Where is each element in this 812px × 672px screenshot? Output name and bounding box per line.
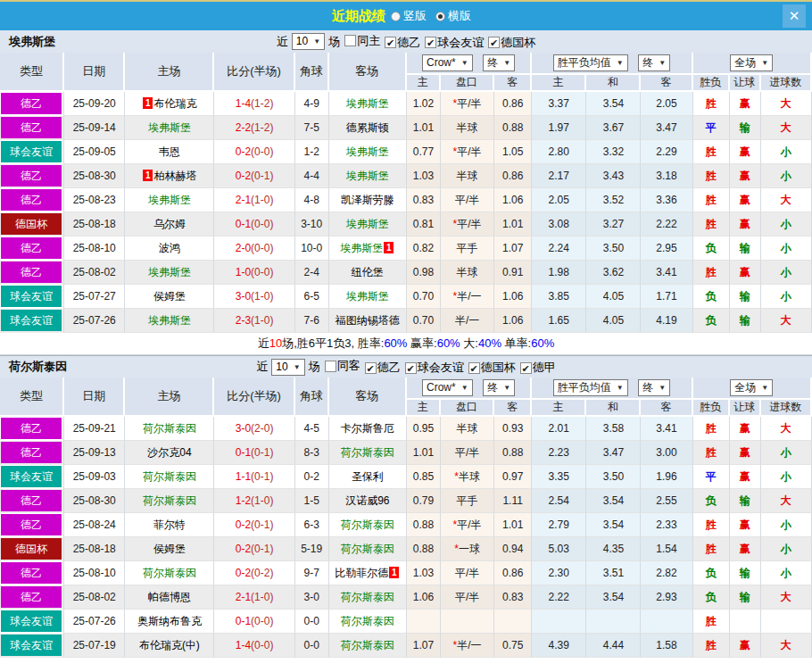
result-wdl: 胜: [693, 140, 730, 164]
checkbox-icon: ✔: [468, 362, 480, 374]
handicap-odds-home: 0.79: [407, 489, 441, 513]
match-row: 球会友谊25-07-19布伦瑞克(中)1-4(0-0)0-0荷尔斯泰因1.07*…: [0, 634, 812, 658]
team-label: 纽伦堡: [352, 266, 384, 278]
filter-checkbox[interactable]: ✔球会友谊: [405, 360, 464, 376]
away-team-cell: 福图纳锡塔德: [329, 309, 407, 333]
filter-checkbox[interactable]: ✔德国杯: [488, 35, 535, 51]
away-team-cell: 卡尔斯鲁厄: [329, 417, 407, 441]
score-cell: 0-1(0-0): [214, 212, 294, 236]
league-filter-list: 同客✔德乙✔球会友谊✔德国杯✔德甲: [320, 358, 556, 376]
avg-odds-group-header: 胜平负均值▼ 终▼: [532, 53, 692, 75]
team-label: 侯姆堡: [153, 543, 186, 555]
filter-checkbox[interactable]: 同客: [325, 358, 360, 374]
match-row: 德乙25-08-30荷尔斯泰因1-2(1-0)1-5汉诺威960.79平手1.1…: [0, 489, 812, 513]
team-label: 乌尔姆: [153, 218, 186, 230]
team-label: 布伦瑞克(中): [139, 639, 200, 651]
handicap-odds-home: 0.98: [407, 261, 441, 285]
result-goals: 大: [761, 634, 812, 658]
filter-checkbox[interactable]: ✔德乙: [385, 35, 420, 51]
home-team-cell: 荷尔斯泰因: [125, 465, 214, 489]
match-row: 球会友谊25-09-03荷尔斯泰因1-1(0-1)0-2圣保利0.85*半球0.…: [0, 465, 812, 489]
score-cell: 1-0(0-0): [214, 261, 294, 285]
avg-odds-draw: 3.54: [586, 585, 641, 610]
result-group-header: 全场▼: [693, 377, 812, 400]
team-label: 荷尔斯泰因: [143, 422, 196, 435]
final-odds-select[interactable]: 终▼: [483, 54, 515, 71]
corner-cell: 9-7: [295, 561, 329, 585]
handicap-odds-away: 0.97: [494, 465, 532, 489]
league-type-badge: 德乙: [1, 490, 62, 511]
full-match-select[interactable]: 全场▼: [730, 379, 773, 396]
score-cell: 0-2(0-1): [214, 537, 294, 561]
chevron-down-icon: ▼: [503, 56, 510, 70]
score-cell: 1-1(0-1): [214, 465, 294, 489]
handicap-line: *平/半: [441, 513, 494, 537]
result-goals: [761, 610, 812, 634]
handicap-odds-away: 0.83: [494, 585, 532, 610]
summary-segment: 大:: [460, 336, 478, 350]
final-avg-select[interactable]: 终▼: [638, 54, 670, 71]
match-row: 德乙25-08-02埃弗斯堡1-0(0-0)2-4纽伦堡0.98半球0.911.…: [0, 261, 812, 285]
col-handicap-result: 让球: [730, 400, 761, 417]
filter-checkbox[interactable]: ✔德国杯: [468, 360, 516, 376]
team-label: 埃弗斯堡: [148, 314, 191, 327]
type-badge-cell: 德乙: [0, 441, 64, 465]
date-cell: 25-08-23: [64, 188, 125, 212]
handicap-odds-home: 1.03: [407, 561, 441, 585]
result-handicap: 输: [730, 561, 761, 585]
col-handicap: 盘口: [441, 400, 494, 417]
final-odds-select[interactable]: 终▼: [483, 379, 515, 396]
handicap-odds-home: 0.70: [407, 285, 441, 309]
match-row: 德乙25-09-201布伦瑞克1-4(1-2)4-9埃弗斯堡1.02*平/半0.…: [0, 92, 812, 116]
col-avg-home: 主: [532, 400, 586, 417]
handicap-line: 半球: [441, 417, 494, 441]
score-cell: 0-2(0-1): [214, 513, 294, 537]
type-badge-cell: 球会友谊: [0, 285, 64, 309]
away-team-cell: 埃弗斯堡1: [329, 236, 407, 261]
team-label: 布伦瑞克: [153, 97, 196, 110]
avg-odds-select[interactable]: 胜平负均值▼: [553, 379, 628, 396]
summary-segment: 40%: [478, 336, 501, 350]
result-wdl: 胜: [693, 164, 730, 188]
filter-checkbox[interactable]: ✔德乙: [365, 360, 401, 376]
result-goals: 小: [761, 513, 812, 537]
league-type-badge: 球会友谊: [1, 635, 62, 656]
handicap-line: 半球: [441, 116, 494, 140]
handicap-line: 平手: [441, 236, 494, 261]
league-type-badge: 球会友谊: [1, 610, 62, 632]
league-type-badge: 德乙: [1, 189, 62, 211]
team-label: 荷尔斯泰因: [143, 470, 196, 483]
corner-cell: 4-4: [295, 164, 329, 188]
odds-company-select[interactable]: Crow*▼: [422, 54, 473, 71]
type-badge-cell: 球会友谊: [0, 309, 64, 333]
handicap-odds-away: 0.86: [494, 92, 532, 116]
radio-vertical-layout[interactable]: 竖版: [391, 8, 427, 24]
match-row: 德乙25-08-23埃弗斯堡2-1(1-0)4-8凯泽斯劳滕0.83平/半1.0…: [0, 188, 812, 212]
match-row: 德乙25-08-301柏林赫塔0-2(0-1)4-4埃弗斯堡1.03半球0.86…: [0, 164, 812, 188]
filter-checkbox[interactable]: ✔德甲: [520, 360, 556, 376]
close-icon[interactable]: ✕: [783, 4, 806, 28]
filter-checkbox[interactable]: ✔球会友谊: [425, 35, 484, 51]
final-avg-select[interactable]: 终▼: [638, 379, 670, 396]
away-team-cell: 圣保利: [329, 465, 407, 489]
odds-company-select[interactable]: Crow*▼: [422, 379, 473, 396]
match-row: 德乙25-09-21荷尔斯泰因3-0(2-0)4-5卡尔斯鲁厄0.95半球0.9…: [0, 417, 812, 441]
result-wdl: 胜: [693, 261, 730, 285]
corner-cell: 2-4: [295, 261, 329, 285]
match-count-select[interactable]: 10 ▼: [271, 359, 304, 376]
radio-horizontal-layout[interactable]: 横版: [435, 8, 471, 24]
result-goals: 小: [761, 561, 812, 585]
result-goals: 大: [761, 489, 812, 513]
filter-checkbox[interactable]: 同主: [344, 33, 380, 49]
match-count-select[interactable]: 10 ▼: [292, 33, 325, 50]
handicap-line: *半球: [441, 465, 494, 489]
full-match-select[interactable]: 全场▼: [730, 54, 773, 71]
handicap-line: 半/一: [441, 309, 494, 333]
summary-segment: 单率:: [501, 336, 531, 350]
corner-cell: 3-10: [295, 212, 329, 236]
avg-odds-select[interactable]: 胜平负均值▼: [553, 54, 628, 71]
handicap-odds-away: 1.06: [494, 285, 532, 309]
chevron-down-icon: ▼: [659, 56, 666, 70]
match-row: 德乙25-08-02帕德博恩2-1(1-0)3-0荷尔斯泰因1.06平/半0.8…: [0, 585, 812, 610]
league-type-badge: 德乙: [1, 237, 62, 259]
